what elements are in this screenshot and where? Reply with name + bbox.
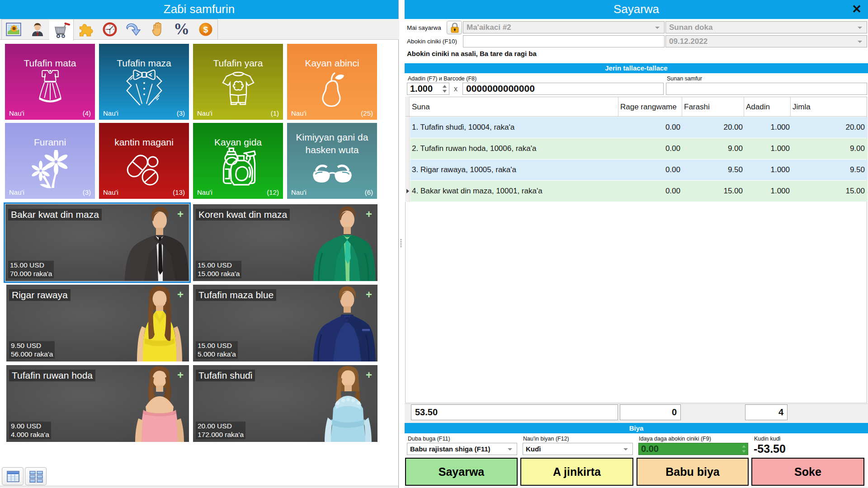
svg-text:$: $: [203, 25, 208, 34]
